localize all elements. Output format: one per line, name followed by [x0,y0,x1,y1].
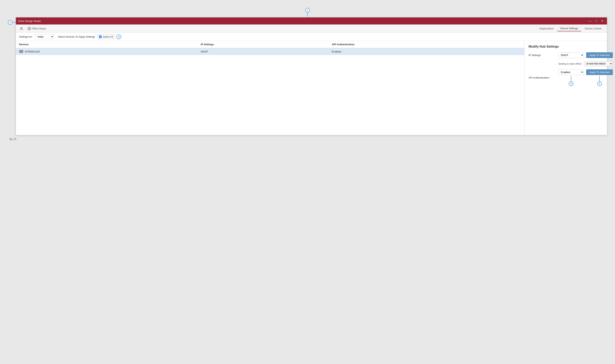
device-name: KP00001229 [25,50,40,53]
annotation-4: 4 [569,81,574,86]
maximize-button[interactable]: □ [594,19,598,23]
col-api-auth: API Authentication [329,41,524,48]
ip-settings-label: IP Settings [529,54,556,57]
tab-device-control[interactable]: Device Control [582,26,605,31]
settings-panel: Modify Hub Settings IP Settings DHCP Sta… [525,41,607,135]
toolbar-instruction: Select Devices To Apply Settings [58,35,95,38]
main-content: Devices IP Settings API Authentication [16,41,607,135]
select-all-checkbox[interactable] [99,36,102,38]
nav-bar: + Office Setup Organization Device Setti… [16,25,607,33]
fig-label: fig. 22 [8,138,607,141]
select-all-label[interactable]: Select All [97,35,115,39]
svg-point-3 [28,27,31,30]
title-bar: Ketra Design Studio — □ ✕ [16,17,607,25]
apply-api-auth-button[interactable]: Apply To Selected [586,69,613,75]
api-auth-label: API Authentication [529,76,556,79]
setting-effect-row: Setting to take effect at next hub reboo… [558,61,603,66]
tab-device-settings[interactable]: Device Settings [557,26,581,31]
api-auth-select[interactable]: Enabled Disabled [558,69,584,75]
annotation-2: 2 [8,20,13,25]
col-devices: Devices [16,41,198,48]
user-icon-button[interactable]: + [18,26,25,32]
office-setup-button[interactable]: Office Setup [26,26,47,31]
devices-panel: Devices IP Settings API Authentication [16,41,525,135]
table-row[interactable]: KP00001229 DHCP Enabled [16,48,524,55]
close-button[interactable]: ✕ [600,19,605,23]
ip-settings-select[interactable]: DHCP Static [558,52,584,58]
toolbar: Settings for: Hubs Fixtures Select Devic… [16,33,607,41]
select-all-text: Select All [103,35,113,38]
device-name-cell: KP00001229 [16,48,198,55]
settings-for-select[interactable]: Hubs Fixtures [35,34,54,39]
setting-effect-label: Setting to take effect [558,62,581,65]
office-setup-label: Office Setup [32,27,46,30]
apply-ip-settings-button[interactable]: Apply To Selected [586,52,613,58]
annotation-3: 3 [116,35,121,39]
ip-settings-row: IP Settings DHCP Static Apply To Selecte… [529,52,603,58]
col-ip-settings: IP Settings [198,41,329,48]
window-controls: — □ ✕ [588,19,605,23]
annotation-1: 1 [305,8,310,13]
settings-for-label: Settings for: [19,35,33,38]
devices-table: Devices IP Settings API Authentication [16,41,524,55]
svg-point-0 [21,27,22,29]
device-ip-settings: DHCP [198,48,329,55]
setting-effect-select[interactable]: at next hub reboot immediately [584,61,613,66]
svg-point-4 [29,28,30,29]
device-api-auth: Enabled [329,48,524,55]
api-auth-row: API Authentication Enabled Disabled 4 [529,69,603,86]
svg-rect-5 [19,50,23,52]
device-icon [19,50,23,53]
nav-tabs: Organization Device Settings Device Cont… [536,26,605,31]
app-title: Ketra Design Studio [18,20,41,23]
modify-hub-settings-title: Modify Hub Settings [529,45,603,48]
tab-organization[interactable]: Organization [536,26,557,31]
annotation-5: 5 [597,81,602,86]
minimize-button[interactable]: — [588,19,593,23]
